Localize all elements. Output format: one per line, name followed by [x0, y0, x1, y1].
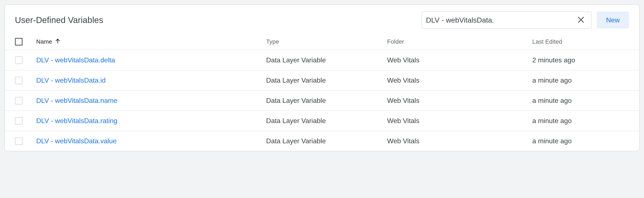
column-header-type[interactable]: Type: [266, 38, 387, 45]
variable-name-link[interactable]: DLV - webVitalsData.name: [36, 97, 117, 104]
variable-last-edited: a minute ago: [532, 137, 629, 145]
row-checkbox[interactable]: [15, 77, 22, 84]
panel-title: User-Defined Variables: [15, 15, 416, 25]
variable-folder: Web Vitals: [387, 97, 532, 104]
row-checkbox[interactable]: [15, 56, 22, 64]
variable-last-edited: a minute ago: [532, 97, 629, 104]
variable-type: Data Layer Variable: [266, 97, 387, 104]
variable-name-link[interactable]: DLV - webVitalsData.value: [36, 137, 117, 145]
column-header-last-edited[interactable]: Last Edited: [532, 38, 629, 45]
row-checkbox[interactable]: [15, 137, 22, 145]
variable-folder: Web Vitals: [387, 137, 532, 145]
variable-last-edited: a minute ago: [532, 76, 629, 84]
variable-folder: Web Vitals: [387, 117, 532, 125]
search-input[interactable]: [426, 16, 575, 24]
clear-search-button[interactable]: [575, 14, 587, 26]
column-header-folder[interactable]: Folder: [387, 38, 532, 45]
row-checkbox[interactable]: [15, 117, 22, 125]
table-body: DLV - webVitalsData.delta Data Layer Var…: [5, 50, 639, 151]
table-row: DLV - webVitalsData.name Data Layer Vari…: [5, 91, 639, 111]
row-checkbox[interactable]: [15, 97, 22, 104]
panel-header: User-Defined Variables New: [5, 5, 639, 34]
variable-last-edited: 2 minutes ago: [532, 56, 629, 64]
variable-type: Data Layer Variable: [266, 117, 387, 125]
variable-name-link[interactable]: DLV - webVitalsData.id: [36, 76, 106, 84]
new-button[interactable]: New: [597, 12, 629, 28]
table-row: DLV - webVitalsData.delta Data Layer Var…: [5, 50, 639, 70]
variable-name-link[interactable]: DLV - webVitalsData.rating: [36, 117, 117, 125]
search-field-wrap[interactable]: [421, 12, 592, 28]
table-row: DLV - webVitalsData.rating Data Layer Va…: [5, 111, 639, 131]
select-all-checkbox[interactable]: [15, 38, 22, 46]
close-icon: [577, 16, 585, 25]
table-row: DLV - webVitalsData.value Data Layer Var…: [5, 131, 639, 151]
column-header-name[interactable]: Name: [36, 38, 266, 46]
variable-type: Data Layer Variable: [266, 76, 387, 84]
table-header-row: Name Type Folder Last Edited: [5, 34, 639, 50]
sort-ascending-icon: [55, 38, 61, 46]
variable-type: Data Layer Variable: [266, 56, 387, 64]
variable-last-edited: a minute ago: [532, 117, 629, 125]
variables-table: Name Type Folder Last Edited DLV - webVi…: [5, 34, 639, 151]
column-header-name-label: Name: [36, 38, 52, 45]
table-row: DLV - webVitalsData.id Data Layer Variab…: [5, 70, 639, 91]
variable-folder: Web Vitals: [387, 56, 532, 64]
variable-name-link[interactable]: DLV - webVitalsData.delta: [36, 56, 115, 64]
user-defined-variables-panel: User-Defined Variables New Name: [4, 4, 640, 151]
variable-folder: Web Vitals: [387, 76, 532, 84]
variable-type: Data Layer Variable: [266, 137, 387, 145]
